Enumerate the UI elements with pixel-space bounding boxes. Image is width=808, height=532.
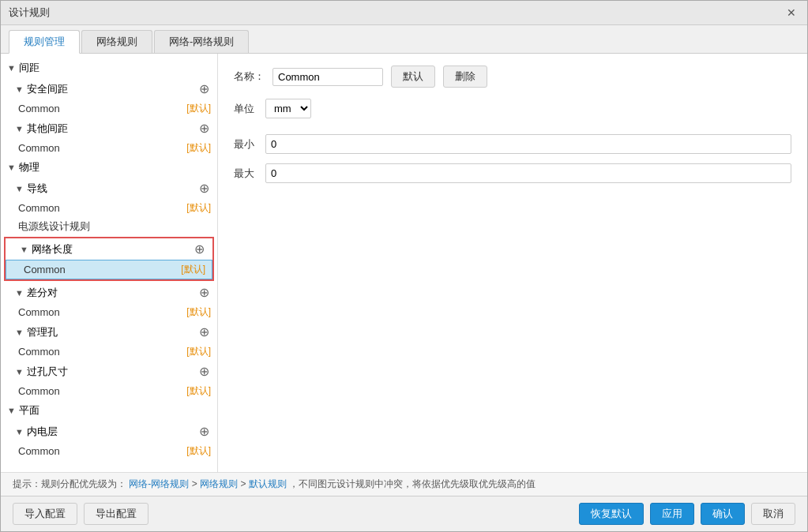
group-net-length-container: ▼ 网络长度 ⊕ Common [默认] [4,237,214,281]
dialog-title: 设计规则 [9,6,50,20]
group-net-length[interactable]: ▼ 网络长度 ⊕ [6,238,212,260]
leaf-wire-common[interactable]: Common [默认] [1,199,217,217]
group-via-hole[interactable]: ▼ 管理孔 ⊕ [1,321,217,343]
group-diff-pair[interactable]: ▼ 差分对 ⊕ [1,282,217,303]
name-row: 名称： 默认 删除 [234,66,791,88]
default-button[interactable]: 默认 [391,66,435,88]
leaf-hole-common[interactable]: Common [默认] [1,382,217,400]
arrow-other-spacing: ▼ [15,124,24,133]
group-net-length-label: 网络长度 [32,242,73,257]
hint-suffix: ，不同图元设计规则中冲突，将依据优先级取优先级高的值 [289,478,536,489]
via-common-tag: [默认] [186,345,211,358]
tabs-bar: 规则管理 网络规则 网络-网络规则 [1,25,807,54]
arrow-inner-layer: ▼ [15,427,24,436]
leaf-via-common[interactable]: Common [默认] [1,343,217,361]
leaf-power-wire[interactable]: 电源线设计规则 [1,217,217,236]
hole-common-label: Common [18,385,60,397]
wire-common-label: Common [18,202,60,214]
group-inner-layer[interactable]: ▼ 内电层 ⊕ [1,421,217,442]
footer-right: 恢复默认 应用 确认 取消 [579,503,795,525]
delete-button[interactable]: 删除 [443,66,487,88]
inner-common-label: Common [18,445,60,457]
net-common-tag: [默认] [181,263,205,276]
group-diff-pair-label: 差分对 [27,286,58,300]
arrow-plane: ▼ [7,406,16,415]
group-wire-label: 导线 [27,182,47,196]
leaf-diff-common[interactable]: Common [默认] [1,303,217,321]
hint-link-default[interactable]: 默认规则 [249,478,287,489]
sidebar: ▼ 间距 ▼ 安全间距 ⊕ Common [默认] [1,54,218,472]
add-via-hole-button[interactable]: ⊕ [197,324,211,339]
add-diff-pair-button[interactable]: ⊕ [197,285,211,300]
hint-bar: 提示：规则分配优先级为： 网络-网络规则 > 网络规则 > 默认规则 ，不同图元… [1,472,807,496]
tab-network-rules[interactable]: 网络规则 [81,30,152,53]
group-safe-spacing[interactable]: ▼ 安全间距 ⊕ [1,78,217,99]
apply-button[interactable]: 应用 [650,503,694,525]
tree: ▼ 间距 ▼ 安全间距 ⊕ Common [默认] [1,58,217,460]
arrow-via-hole: ▼ [15,328,24,337]
add-safe-spacing-button[interactable]: ⊕ [197,81,211,96]
add-other-spacing-button[interactable]: ⊕ [197,121,211,136]
hint-sep1: > [192,478,197,489]
hint-link-net[interactable]: 网络规则 [200,478,238,489]
arrow-spacing: ▼ [7,63,16,73]
group-spacing[interactable]: ▼ 间距 [1,58,217,78]
unit-label: 单位 [234,102,257,116]
group-other-spacing[interactable]: ▼ 其他间距 ⊕ [1,118,217,139]
tab-rules-mgmt[interactable]: 规则管理 [9,30,80,54]
diff-common-label: Common [18,306,60,318]
close-button[interactable]: ✕ [784,6,799,19]
max-input[interactable] [265,163,791,183]
diff-common-tag: [默认] [186,305,211,319]
hint-link-net-net[interactable]: 网络-网络规则 [129,478,189,489]
arrow-wire: ▼ [15,184,24,193]
import-button[interactable]: 导入配置 [13,503,77,525]
group-wire[interactable]: ▼ 导线 ⊕ [1,178,217,199]
arrow-safe-spacing: ▼ [15,84,24,94]
min-row: 最小 [234,134,791,154]
group-plane[interactable]: ▼ 平面 [1,400,217,421]
name-input[interactable] [272,68,383,86]
group-plane-label: 平面 [19,403,39,418]
title-bar: 设计规则 ✕ [1,1,807,25]
confirm-button[interactable]: 确认 [701,503,745,525]
max-row: 最大 [234,163,791,183]
export-button[interactable]: 导出配置 [84,503,148,525]
group-hole-size-label: 过孔尺寸 [27,365,68,379]
arrow-net-length: ▼ [20,245,28,254]
main-content: 名称： 默认 删除 单位 mm mil inch 最小 [218,54,807,472]
design-rules-dialog: 设计规则 ✕ 规则管理 网络规则 网络-网络规则 ▼ 间距 ▼ [0,0,808,532]
min-input[interactable] [265,134,791,154]
leaf-safe-common[interactable]: Common [默认] [1,99,217,118]
unit-select[interactable]: mm mil inch [265,99,311,118]
group-hole-size[interactable]: ▼ 过孔尺寸 ⊕ [1,361,217,382]
group-via-hole-label: 管理孔 [27,325,58,339]
leaf-inner-common[interactable]: Common [默认] [1,442,217,460]
unit-row: 单位 mm mil inch [234,99,791,118]
wire-common-tag: [默认] [186,201,211,215]
restore-button[interactable]: 恢复默认 [579,503,644,525]
group-physical[interactable]: ▼ 物理 [1,157,217,178]
group-spacing-label: 间距 [19,61,39,75]
hint-sep2: > [240,478,246,489]
net-common-label: Common [24,264,66,275]
inner-common-tag: [默认] [186,444,211,458]
via-common-label: Common [18,346,60,358]
other-common-label: Common [18,142,60,154]
number-section: 最小 最大 [234,134,791,183]
add-wire-button[interactable]: ⊕ [197,181,211,196]
tab-network-net-rules[interactable]: 网络-网络规则 [154,30,249,53]
cancel-button[interactable]: 取消 [751,503,795,525]
group-physical-label: 物理 [19,160,39,174]
other-common-tag: [默认] [186,141,211,155]
footer-left: 导入配置 导出配置 [13,503,148,525]
add-hole-size-button[interactable]: ⊕ [197,364,211,379]
add-net-length-button[interactable]: ⊕ [193,242,206,257]
power-wire-label: 电源线设计规则 [18,219,90,234]
hint-prefix: 提示：规则分配优先级为： [13,478,126,489]
leaf-net-common[interactable]: Common [默认] [6,260,212,279]
safe-common-label: Common [18,103,60,114]
add-inner-layer-button[interactable]: ⊕ [197,424,211,439]
leaf-other-common[interactable]: Common [默认] [1,139,217,157]
body: ▼ 间距 ▼ 安全间距 ⊕ Common [默认] [1,54,807,472]
